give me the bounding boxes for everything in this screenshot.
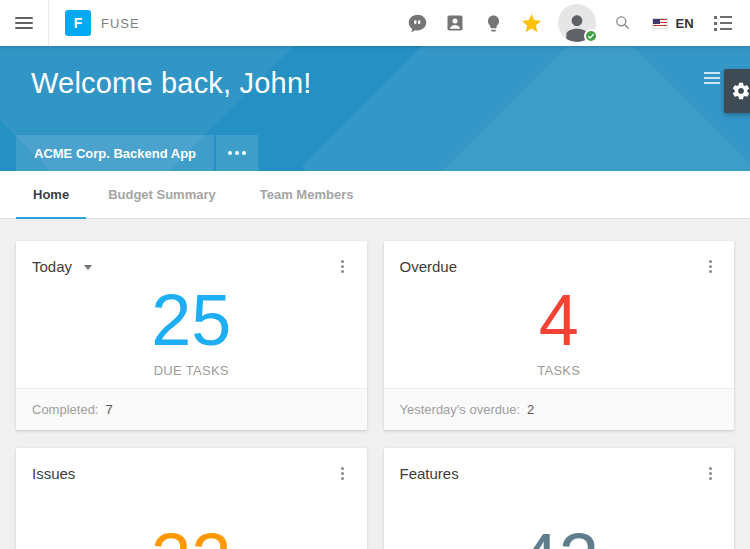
favorites-button[interactable] <box>512 0 550 46</box>
chat-bubble-icon <box>407 13 428 34</box>
footer-value: 2 <box>527 402 534 417</box>
widget-issues: Issues 32 <box>16 448 367 549</box>
widget-body: 32 <box>16 485 367 549</box>
widget-unit-label: TASKS <box>537 363 580 378</box>
lightbulb-icon <box>484 14 503 33</box>
widget-menu-button[interactable] <box>696 461 724 485</box>
widget-footer: Yesterday's overdue: 2 <box>384 388 735 430</box>
widget-overdue: Overdue 4 TASKS Yesterday's overdue: 2 <box>384 241 735 430</box>
search-button[interactable] <box>604 0 642 46</box>
gear-icon <box>731 81 750 101</box>
user-menu-button[interactable] <box>550 0 604 46</box>
app-name-label: FUSE <box>101 16 140 31</box>
tab-team-members[interactable]: Team Members <box>238 171 376 218</box>
contacts-icon <box>445 13 465 33</box>
online-status-badge <box>584 29 598 43</box>
language-button[interactable]: EN <box>642 0 704 46</box>
issues-count: 32 <box>151 523 231 549</box>
project-selector: ACME Corp. Backend App <box>16 135 258 171</box>
widget-today: Today 25 DUE TASKS Completed: 7 <box>16 241 367 430</box>
app-window: F FUSE <box>0 0 750 549</box>
us-flag-icon <box>652 18 668 29</box>
footer-label: Completed: <box>32 402 98 417</box>
widget-footer: Completed: 7 <box>16 388 367 430</box>
settings-panel-button[interactable] <box>724 69 750 113</box>
app-logo: F FUSE <box>65 10 140 36</box>
widget-body: 42 <box>384 485 735 549</box>
contacts-button[interactable] <box>436 0 474 46</box>
top-toolbar: F FUSE <box>0 0 750 46</box>
widget-title: Features <box>400 465 459 482</box>
widget-unit-label: DUE TASKS <box>154 363 229 378</box>
hamburger-icon <box>15 17 33 29</box>
widget-title: Issues <box>32 465 75 482</box>
widget-title: Overdue <box>400 258 458 275</box>
widget-header: Overdue <box>384 241 735 278</box>
list-bulleted-icon <box>714 16 732 31</box>
features-count: 42 <box>519 523 599 549</box>
tab-home[interactable]: Home <box>16 171 86 218</box>
chevron-down-icon[interactable] <box>84 265 92 270</box>
widget-menu-button[interactable] <box>329 254 357 278</box>
search-icon <box>613 13 633 33</box>
widget-title: Today <box>32 258 72 275</box>
dashboard-tabs: Home Budget Summary Team Members <box>0 171 750 219</box>
widget-header: Today <box>16 241 367 278</box>
language-code-label: EN <box>675 16 693 31</box>
greeting-title: Welcome back, John! <box>31 67 312 100</box>
header-menu-button[interactable] <box>704 72 720 84</box>
ideas-button[interactable] <box>474 0 512 46</box>
dashboard-content: Today 25 DUE TASKS Completed: 7 Overdue <box>0 219 750 549</box>
tab-budget-summary[interactable]: Budget Summary <box>86 171 238 218</box>
footer-value: 7 <box>105 402 112 417</box>
widget-menu-button[interactable] <box>696 254 724 278</box>
quick-panel-button[interactable] <box>704 0 742 46</box>
widget-body: 4 TASKS <box>384 278 735 388</box>
widget-header: Issues <box>16 448 367 485</box>
star-icon <box>520 12 543 35</box>
widget-header: Features <box>384 448 735 485</box>
project-button[interactable]: ACME Corp. Backend App <box>16 135 214 171</box>
due-tasks-count: 25 <box>151 284 231 356</box>
nav-hamburger-button[interactable] <box>0 0 48 46</box>
widget-body: 25 DUE TASKS <box>16 278 367 388</box>
more-horiz-icon <box>228 151 246 155</box>
fuse-logo-icon: F <box>65 10 91 36</box>
toolbar-divider <box>48 0 49 46</box>
footer-label: Yesterday's overdue: <box>400 402 521 417</box>
hamburger-icon <box>704 72 720 84</box>
widget-features: Features 42 <box>384 448 735 549</box>
welcome-header: Welcome back, John! ACME Corp. Backend A… <box>0 46 750 171</box>
widget-menu-button[interactable] <box>329 461 357 485</box>
overdue-tasks-count: 4 <box>539 284 579 356</box>
project-more-button[interactable] <box>216 135 258 171</box>
chat-button[interactable] <box>398 0 436 46</box>
